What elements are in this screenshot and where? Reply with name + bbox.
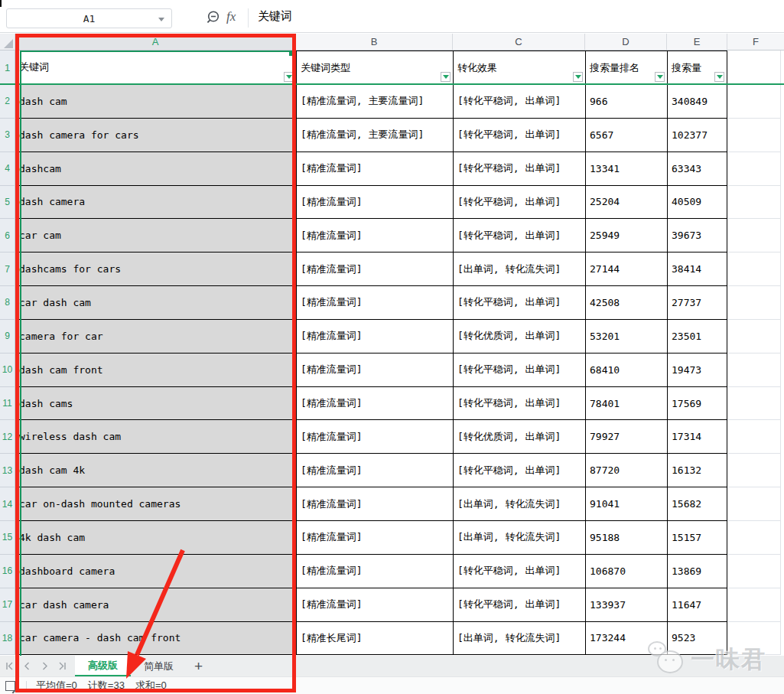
cell[interactable]: 4k dash cam [15, 521, 296, 555]
cell[interactable] [727, 420, 781, 454]
row-number[interactable]: 4 [0, 152, 15, 186]
cell[interactable]: [精准流量词, 主要流量词] [296, 119, 453, 152]
cell[interactable]: 42508 [585, 286, 667, 320]
cell[interactable]: [精准流量词] [296, 521, 453, 555]
cell[interactable]: [精准流量词] [296, 354, 453, 387]
cell[interactable] [727, 286, 781, 320]
cell[interactable]: dash cam 4k [15, 454, 296, 487]
row-number[interactable]: 17 [0, 588, 15, 622]
row-number[interactable]: 16 [0, 555, 15, 588]
filter-button[interactable] [573, 72, 583, 82]
cell[interactable]: [精准流量词] [296, 387, 453, 421]
cell[interactable]: [精准长尾词] [296, 622, 453, 656]
cell[interactable]: [转化平稳词, 出单词] [453, 588, 585, 622]
cell[interactable]: dashcams for cars [15, 253, 296, 286]
cell[interactable] [727, 354, 781, 387]
cell[interactable]: [精准流量词] [296, 320, 453, 354]
cell[interactable]: 102377 [667, 119, 727, 152]
column-header-d[interactable]: D [585, 34, 667, 50]
fx-icon[interactable]: fx [226, 9, 236, 24]
cell[interactable]: 340849 [667, 85, 727, 119]
cell[interactable]: 87720 [585, 454, 667, 487]
column-header-b[interactable]: B [296, 34, 453, 50]
cell[interactable]: 95188 [585, 521, 667, 555]
cell[interactable]: [出单词, 转化流失词] [453, 253, 585, 286]
cell[interactable] [727, 253, 781, 286]
cell[interactable]: [精准流量词] [296, 454, 453, 487]
edit-pen-icon[interactable] [5, 681, 15, 691]
cell[interactable]: [转化平稳词, 出单词] [453, 555, 585, 588]
cell[interactable]: 19473 [667, 354, 727, 387]
cell[interactable]: 15157 [667, 521, 727, 555]
cell[interactable]: dashcam [15, 152, 296, 186]
filter-button[interactable] [284, 72, 294, 82]
cell[interactable]: [精准流量词] [296, 588, 453, 622]
cell[interactable]: 13869 [667, 555, 727, 588]
cell[interactable]: car camera - dash cam front [15, 622, 296, 656]
row-number[interactable]: 12 [0, 420, 15, 454]
cell[interactable] [727, 588, 781, 622]
cell[interactable]: [出单词, 转化流失词] [453, 487, 585, 521]
cell[interactable]: 39673 [667, 219, 727, 253]
cell[interactable]: camera for car [15, 320, 296, 354]
cell[interactable]: 106870 [585, 555, 667, 588]
row-number[interactable]: 10 [0, 354, 15, 387]
cell[interactable]: 27737 [667, 286, 727, 320]
select-all-corner[interactable] [0, 34, 15, 50]
cell[interactable]: [转化平稳词, 出单词] [453, 85, 585, 119]
zoom-out-icon[interactable] [205, 9, 222, 29]
cell[interactable]: [转化优质词, 出单词] [453, 320, 585, 354]
cell-d1[interactable]: 搜索量排名 [585, 51, 667, 85]
cell[interactable]: 13341 [585, 152, 667, 186]
cell[interactable]: car on-dash mounted cameras [15, 487, 296, 521]
cell[interactable] [727, 186, 781, 220]
cell[interactable]: dash camera for cars [15, 119, 296, 152]
cell[interactable]: 53201 [585, 320, 667, 354]
cell[interactable]: [精准流量词] [296, 420, 453, 454]
next-sheet-icon[interactable] [40, 661, 50, 671]
cell[interactable]: 6567 [585, 119, 667, 152]
cell[interactable]: car dash camera [15, 588, 296, 622]
cell[interactable]: 966 [585, 85, 667, 119]
cell[interactable]: [精准流量词] [296, 487, 453, 521]
row-number[interactable]: 9 [0, 320, 15, 354]
cell[interactable]: [精准流量词, 主要流量词] [296, 85, 453, 119]
cell[interactable]: [转化平稳词, 出单词] [453, 152, 585, 186]
cell[interactable]: [精准流量词] [296, 152, 453, 186]
row-number[interactable]: 8 [0, 286, 15, 320]
row-number[interactable]: 14 [0, 487, 15, 521]
cell[interactable]: dash cam [15, 85, 296, 119]
cell[interactable]: 133937 [585, 588, 667, 622]
row-number[interactable]: 7 [0, 253, 15, 286]
prev-sheet-icon[interactable] [22, 661, 32, 671]
filter-button[interactable] [655, 72, 665, 82]
row-number[interactable]: 1 [0, 51, 15, 85]
row-number[interactable]: 2 [0, 85, 15, 119]
cell[interactable]: 11647 [667, 588, 727, 622]
cell[interactable]: dash camera [15, 186, 296, 220]
column-header-e[interactable]: E [667, 34, 727, 50]
cell[interactable]: [出单词, 转化流失词] [453, 521, 585, 555]
cell[interactable]: 25204 [585, 186, 667, 220]
row-number[interactable]: 18 [0, 622, 15, 656]
cell[interactable]: 23501 [667, 320, 727, 354]
cell[interactable]: car dash cam [15, 286, 296, 320]
cell-b1[interactable]: 关键词类型 [296, 51, 453, 85]
filter-button[interactable] [441, 72, 451, 82]
cell[interactable] [727, 555, 781, 588]
cell-f1[interactable] [727, 51, 781, 85]
row-number[interactable]: 5 [0, 186, 15, 220]
cell[interactable]: [转化优质词, 出单词] [453, 420, 585, 454]
chevron-down-icon[interactable] [158, 18, 164, 21]
cell[interactable] [727, 521, 781, 555]
row-number[interactable]: 3 [0, 119, 15, 152]
cell[interactable]: dash cam front [15, 354, 296, 387]
cell[interactable]: 25949 [585, 219, 667, 253]
cell[interactable]: dashboard camera [15, 555, 296, 588]
last-sheet-icon[interactable] [57, 661, 67, 671]
cell[interactable] [727, 320, 781, 354]
cell[interactable]: 91041 [585, 487, 667, 521]
cell[interactable]: 78401 [585, 387, 667, 421]
cell[interactable]: [转化平稳词, 出单词] [453, 387, 585, 421]
row-number[interactable]: 13 [0, 454, 15, 487]
